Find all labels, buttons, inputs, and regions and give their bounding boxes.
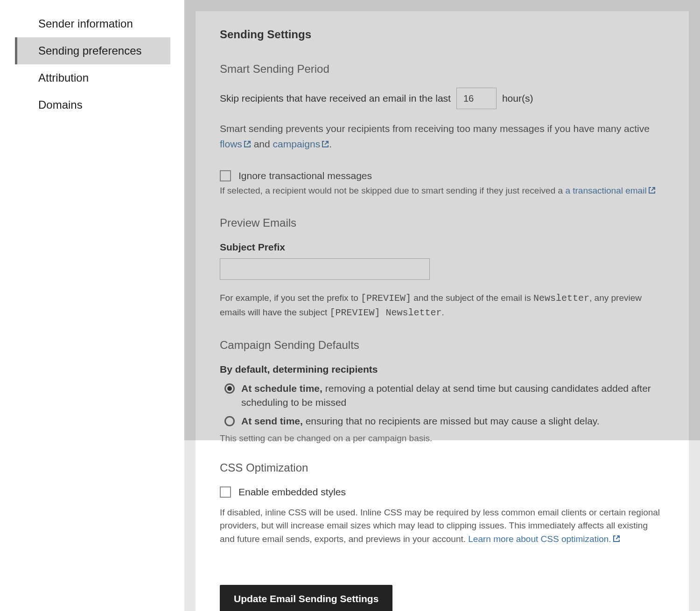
campaign-defaults-intro: By default, determining recipients <box>220 364 665 375</box>
flows-link[interactable]: flows <box>220 139 251 149</box>
smart-sending-hours-input[interactable] <box>456 88 497 109</box>
enable-embedded-styles-checkbox[interactable] <box>220 486 231 498</box>
external-link-icon <box>322 140 329 148</box>
enable-embedded-styles-row[interactable]: Enable embedded styles <box>220 486 665 498</box>
campaign-defaults-heading: Campaign Sending Defaults <box>220 339 665 352</box>
help-end: . <box>329 139 332 149</box>
subject-prefix-example: For example, if you set the prefix to [P… <box>220 291 665 320</box>
external-link-icon <box>244 140 251 148</box>
ignore-transactional-label: Ignore transactional messages <box>238 170 372 181</box>
smart-sending-heading: Smart Sending Period <box>220 62 665 76</box>
sidebar-item-domains[interactable]: Domains <box>15 91 170 118</box>
sidebar-item-attribution[interactable]: Attribution <box>15 64 170 91</box>
ignore-transactional-help: If selected, a recipient would not be sk… <box>220 184 665 198</box>
update-settings-button[interactable]: Update Email Sending Settings <box>220 585 392 611</box>
settings-sidebar: Sender information Sending preferences A… <box>0 0 184 611</box>
css-optimization-heading: CSS Optimization <box>220 461 665 474</box>
ignore-transactional-checkbox[interactable] <box>220 170 231 181</box>
radio-button[interactable] <box>224 416 235 426</box>
external-link-icon <box>648 187 656 194</box>
page-title: Sending Settings <box>220 28 665 41</box>
subject-prefix-input[interactable] <box>220 258 430 280</box>
skip-prefix-text: Skip recipients that have received an em… <box>220 93 451 104</box>
smart-sending-help: Smart sending prevents your recipients f… <box>220 121 665 152</box>
hours-suffix-text: hour(s) <box>502 93 533 104</box>
sending-settings-panel: Sending Settings Smart Sending Period Sk… <box>196 11 689 611</box>
enable-embedded-styles-label: Enable embedded styles <box>238 486 346 498</box>
example-code: [PREVIEW] <box>361 293 411 304</box>
radio-button[interactable] <box>224 383 235 394</box>
css-learn-more-link[interactable]: Learn more about CSS optimization. <box>468 534 620 544</box>
css-optimization-help: If disabled, inline CSS will be used. In… <box>220 506 665 546</box>
smart-sending-row: Skip recipients that have received an em… <box>220 88 665 109</box>
sidebar-item-sending-preferences[interactable]: Sending preferences <box>15 37 170 64</box>
campaigns-link[interactable]: campaigns <box>273 139 329 149</box>
example-code: Newsletter <box>533 293 589 304</box>
transactional-email-link[interactable]: a transactional email <box>565 186 655 195</box>
help-mid: and <box>251 139 273 149</box>
ignore-transactional-row[interactable]: Ignore transactional messages <box>220 170 665 181</box>
campaign-defaults-note: This setting can be changed on a per cam… <box>220 433 665 444</box>
radio-option-send-time[interactable]: At send time, ensuring that no recipient… <box>224 414 665 428</box>
preview-emails-heading: Preview Emails <box>220 216 665 229</box>
sidebar-item-sender-information[interactable]: Sender information <box>15 10 170 37</box>
example-code: [PREVIEW] Newsletter <box>330 307 442 318</box>
radio-option-schedule-time[interactable]: At schedule time, removing a potential d… <box>224 382 665 410</box>
subject-prefix-label: Subject Prefix <box>220 242 665 253</box>
main-content: Sending Settings Smart Sending Period Sk… <box>184 0 700 611</box>
recipient-timing-radio-group: At schedule time, removing a potential d… <box>220 382 665 429</box>
help-prefix: Smart sending prevents your recipients f… <box>220 123 650 134</box>
external-link-icon <box>613 535 620 542</box>
